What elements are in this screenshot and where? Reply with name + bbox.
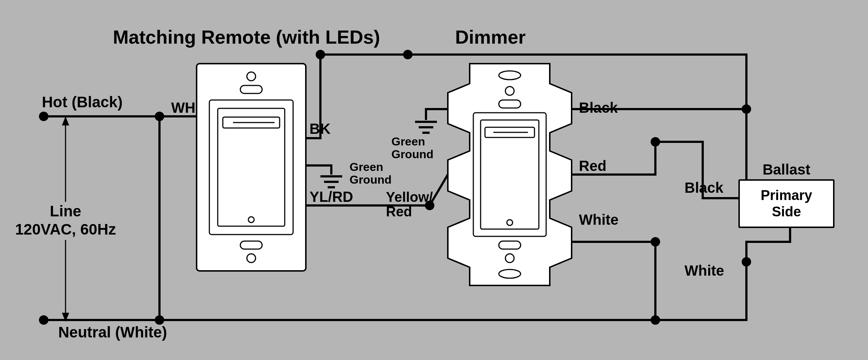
svg-rect-7 [240,85,262,93]
svg-marker-2 [62,116,69,125]
svg-rect-22 [499,241,521,249]
label-dimmer-yr2: Red [386,204,412,219]
svg-point-19 [505,87,514,95]
node-white [651,237,660,247]
label-dimmer-ground2: Ground [391,148,434,161]
device-dimmer [448,64,572,285]
label-remote-ylrd: YL/RD [309,189,353,205]
label-ballast-black: Black [684,180,723,196]
wire-black-to-ballast [746,109,763,185]
label-dimmer-yr1: Yellow/ [386,189,433,205]
svg-point-18 [499,269,521,278]
label-line: Line [50,203,81,220]
label-ballast-l2: Side [772,204,801,219]
svg-point-20 [505,254,514,263]
svg-rect-8 [240,241,262,249]
node-wh [155,112,164,121]
svg-rect-21 [499,100,521,108]
label-dimmer-ground1: Green [391,135,425,148]
wire-neutral-bus [44,262,746,320]
svg-rect-31 [739,180,834,227]
dimmer-ground [415,109,448,133]
device-remote [197,64,306,271]
node-white-bottom [651,315,660,325]
label-remote-bk: BK [309,121,331,137]
label-neutral: Neutral (White) [58,324,167,341]
label-remote-ground1: Green [350,160,383,173]
ballast: Ballast Primary Side [739,161,834,227]
label-remote-ground2: Ground [350,173,392,186]
label-remote-wh: WH [171,100,196,116]
wire-white-to-ballast [746,225,790,262]
label-line2: 120VAC, 60Hz [15,221,116,238]
label-ballast-white: White [684,263,724,279]
svg-point-5 [247,72,256,81]
wire-dimmer-white [572,242,655,320]
wiring-diagram: Matching Remote (with LEDs) Dimmer Hot (… [0,0,868,360]
svg-point-13 [248,217,254,223]
node-wh-bottom [155,315,164,325]
label-ballast-l1: Primary [761,188,812,203]
svg-point-27 [507,220,513,225]
label-dimmer-black: Black [579,100,618,116]
label-ballast-title: Ballast [762,161,810,177]
svg-point-6 [247,254,256,263]
title-dimmer: Dimmer [455,27,526,48]
remote-ground [306,165,342,187]
svg-point-17 [499,71,521,80]
title-remote: Matching Remote (with LEDs) [113,27,380,48]
label-dimmer-red: Red [579,158,607,174]
label-hot: Hot (Black) [42,93,123,111]
label-dimmer-white: White [579,212,619,228]
